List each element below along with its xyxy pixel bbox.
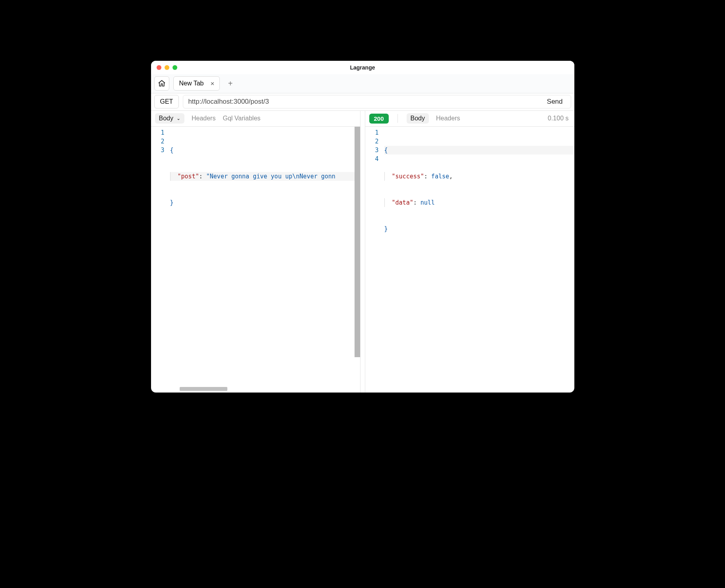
tab-headers[interactable]: Headers [436, 115, 460, 122]
response-pane: 200 Body Headers 0.100 s 1 2 3 4 { "succ… [365, 111, 574, 393]
line-number: 1 [367, 128, 379, 137]
pane-divider[interactable] [361, 111, 365, 393]
token: : [199, 173, 203, 180]
token: , [449, 173, 453, 180]
tab-gql-variables[interactable]: Gql Variables [223, 115, 260, 122]
chevron-down-icon: ⌄ [176, 116, 180, 121]
status-badge: 200 [369, 114, 389, 124]
token: { [170, 147, 174, 154]
vertical-scrollbar[interactable] [355, 127, 360, 357]
line-number: 3 [153, 146, 165, 155]
tab-headers[interactable]: Headers [192, 115, 215, 122]
titlebar: Lagrange [151, 61, 574, 74]
divider [397, 114, 398, 123]
panes: Body ⌄ Headers Gql Variables 1 2 3 { "po… [151, 111, 574, 393]
token: "success" [392, 173, 424, 180]
http-method-label: GET [160, 98, 173, 105]
response-timing: 0.100 s [548, 115, 568, 122]
app-title: Lagrange [151, 64, 574, 71]
line-number: 4 [367, 155, 379, 163]
zoom-icon[interactable] [173, 65, 177, 70]
request-body-editor[interactable]: 1 2 3 { "post": "Never gonna give you up… [151, 127, 360, 387]
tabbar: New Tab × + [151, 74, 574, 93]
token: { [384, 147, 388, 154]
gutter: 1 2 3 [151, 127, 170, 387]
token: } [170, 199, 174, 206]
add-tab-button[interactable]: + [224, 77, 236, 90]
window-controls [157, 65, 177, 70]
token: } [384, 225, 388, 232]
code[interactable]: { "post": "Never gonna give you up\nNeve… [170, 127, 360, 387]
token: null [417, 199, 435, 206]
home-button[interactable] [154, 76, 169, 91]
url-input[interactable] [188, 98, 540, 106]
request-pane-tabs: Body ⌄ Headers Gql Variables [151, 111, 360, 127]
tab-body-label: Body [159, 115, 173, 122]
token: "Never gonna give you up\nNever gonn [203, 173, 335, 180]
token: "data" [392, 199, 413, 206]
tab-body[interactable]: Body [407, 113, 429, 124]
address-bar: GET Send [151, 93, 574, 111]
token: : [424, 173, 428, 180]
line-number: 2 [367, 137, 379, 146]
close-icon[interactable]: × [209, 80, 215, 87]
line-number: 1 [153, 128, 165, 137]
token: false [428, 173, 449, 180]
code: { "success": false, "data": null } [384, 127, 574, 393]
close-icon[interactable] [157, 65, 161, 70]
send-button[interactable]: Send [545, 96, 564, 108]
token: : [413, 199, 417, 206]
line-number: 2 [153, 137, 165, 146]
home-icon [158, 79, 166, 87]
tab-body[interactable]: Body ⌄ [155, 113, 184, 124]
tab-label: New Tab [179, 80, 204, 87]
url-field-wrap: Send [183, 95, 571, 108]
minimize-icon[interactable] [165, 65, 169, 70]
line-number: 3 [367, 146, 379, 155]
http-method-selector[interactable]: GET [154, 95, 179, 108]
gutter: 1 2 3 4 [365, 127, 384, 393]
tab-new[interactable]: New Tab × [173, 76, 220, 91]
app-window: Lagrange New Tab × + GET Send Body ⌄ H [151, 61, 574, 393]
response-body-viewer[interactable]: 1 2 3 4 { "success": false, "data": null… [365, 127, 574, 393]
request-pane: Body ⌄ Headers Gql Variables 1 2 3 { "po… [151, 111, 361, 393]
token: "post" [178, 173, 199, 180]
response-pane-tabs: 200 Body Headers 0.100 s [365, 111, 574, 127]
horizontal-scrollbar[interactable] [151, 387, 360, 393]
